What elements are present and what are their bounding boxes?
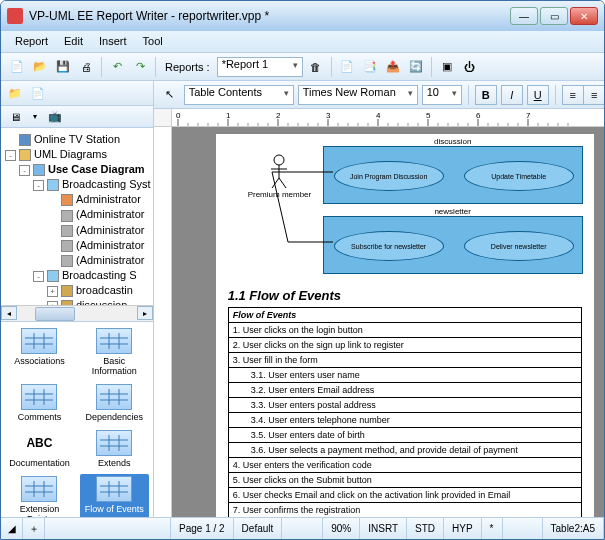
- tree-node[interactable]: (Administrator: [3, 207, 151, 222]
- menu-insert[interactable]: Insert: [91, 31, 135, 52]
- svg-rect-20: [100, 435, 128, 451]
- add-tab-button[interactable]: ＋: [23, 518, 45, 539]
- table-row[interactable]: 3.2. User enters Email address: [228, 383, 581, 398]
- template-thumb[interactable]: Extends: [80, 428, 149, 470]
- panel-tabs: 📁 📄: [1, 81, 153, 106]
- tv-icon[interactable]: 📺: [45, 107, 65, 127]
- panel-sub-toolbar: 🖥 ▾ 📺: [1, 106, 153, 128]
- dropdown-icon[interactable]: ▾: [28, 107, 42, 127]
- table-row[interactable]: 4. User enters the verification code: [228, 458, 581, 473]
- statusbar: ◢ ＋ Page 1 / 2 Default 90% INSRT STD HYP…: [1, 517, 604, 539]
- template-thumb[interactable]: Flow of Events: [80, 474, 149, 517]
- export-icon[interactable]: 📤: [383, 57, 403, 77]
- main-toolbar: 📄 📂 💾 🖨 ↶ ↷ Reports : *Report 1 🗑 📄 📑 📤 …: [1, 53, 604, 81]
- vertical-ruler[interactable]: [154, 127, 172, 517]
- table-row[interactable]: 3.3. User enters postal address: [228, 398, 581, 413]
- save-icon[interactable]: 💾: [53, 57, 73, 77]
- table-row[interactable]: 6. User checks Email and click on the ac…: [228, 488, 581, 503]
- template-thumb[interactable]: Comments: [5, 382, 74, 424]
- minimize-button[interactable]: —: [510, 7, 538, 25]
- tree-node[interactable]: Administrator: [3, 192, 151, 207]
- app-window: VP-UML EE Report Writer - reportwriter.v…: [0, 0, 605, 540]
- align-center-icon[interactable]: ≡: [584, 85, 604, 105]
- table-row[interactable]: 3.6. User selects a payment method, and …: [228, 443, 581, 458]
- status-page: Page 1 / 2: [171, 518, 234, 539]
- table-row[interactable]: 3. User fill in the form: [228, 353, 581, 368]
- app-icon: [7, 8, 23, 24]
- maximize-button[interactable]: ▭: [540, 7, 568, 25]
- table-row[interactable]: 1. User clicks on the login button: [228, 323, 581, 338]
- align-left-icon[interactable]: ≡: [562, 85, 584, 105]
- horizontal-scrollbar[interactable]: ◂▸: [1, 305, 153, 321]
- tree-node[interactable]: (Administrator: [3, 238, 151, 253]
- report-page: Premium member discussion Join Program D…: [215, 133, 595, 517]
- template-thumb[interactable]: Associations: [5, 326, 74, 378]
- redo-icon[interactable]: ↷: [130, 57, 150, 77]
- copy-icon[interactable]: 📑: [360, 57, 380, 77]
- tree-node[interactable]: -UML Diagrams: [3, 147, 151, 162]
- tree-node[interactable]: -Broadcasting S: [3, 268, 151, 283]
- menu-edit[interactable]: Edit: [56, 31, 91, 52]
- table-row[interactable]: 3.1. User enters user name: [228, 368, 581, 383]
- corner-tab[interactable]: ◢: [1, 518, 23, 539]
- tree-node[interactable]: -Broadcasting Syst: [3, 177, 151, 192]
- tree-node[interactable]: Online TV Station: [3, 132, 151, 147]
- table-row[interactable]: 3.5. User enters date of birth: [228, 428, 581, 443]
- table-row[interactable]: 5. User clicks on the Submit button: [228, 473, 581, 488]
- style-select[interactable]: Table Contents: [184, 85, 294, 105]
- template-thumb[interactable]: ABCDocumentation: [5, 428, 74, 470]
- open-icon[interactable]: 📂: [30, 57, 50, 77]
- flow-table[interactable]: Flow of Events 1. User clicks on the log…: [228, 307, 582, 517]
- tab-folder-icon[interactable]: 📁: [5, 83, 25, 103]
- template-thumb[interactable]: Basic Information: [80, 326, 149, 378]
- horizontal-ruler[interactable]: 01234567: [172, 109, 604, 126]
- svg-rect-0: [25, 333, 53, 349]
- doc-icon[interactable]: 📄: [337, 57, 357, 77]
- menu-report[interactable]: Report: [7, 31, 56, 52]
- status-hyp[interactable]: HYP: [444, 518, 482, 539]
- power-icon[interactable]: ⏻: [460, 57, 480, 77]
- status-style: Default: [234, 518, 283, 539]
- reports-select[interactable]: *Report 1: [217, 57, 303, 77]
- status-modified: *: [482, 518, 503, 539]
- tree-node[interactable]: (Administrator: [3, 253, 151, 268]
- italic-button[interactable]: I: [501, 85, 523, 105]
- template-thumb[interactable]: Dependencies: [80, 382, 149, 424]
- refresh-icon[interactable]: 🔄: [406, 57, 426, 77]
- svg-rect-10: [25, 389, 53, 405]
- tree-node[interactable]: (Administrator: [3, 223, 151, 238]
- bold-button[interactable]: B: [475, 85, 497, 105]
- toggle-icon[interactable]: ▣: [437, 57, 457, 77]
- font-select[interactable]: Times New Roman: [298, 85, 418, 105]
- table-row[interactable]: 3.4. User enters telephone number: [228, 413, 581, 428]
- tab-doc-icon[interactable]: 📄: [28, 83, 48, 103]
- model-tree[interactable]: Online TV Station-UML Diagrams-Use Case …: [1, 128, 153, 322]
- new-icon[interactable]: 📄: [7, 57, 27, 77]
- svg-text:0: 0: [176, 111, 181, 120]
- table-row[interactable]: 2. User clicks on the sign up link to re…: [228, 338, 581, 353]
- pointer-icon[interactable]: ↖: [160, 85, 180, 105]
- svg-text:7: 7: [526, 111, 531, 120]
- document-scroll[interactable]: Premium member discussion Join Program D…: [172, 127, 604, 517]
- svg-rect-15: [100, 389, 128, 405]
- svg-rect-30: [100, 481, 128, 497]
- tree-node[interactable]: -Use Case Diagram: [3, 162, 151, 177]
- status-zoom[interactable]: 90%: [323, 518, 360, 539]
- menu-tool[interactable]: Tool: [135, 31, 171, 52]
- tree-node[interactable]: +broadcastin: [3, 283, 151, 298]
- left-panel: 📁 📄 🖥 ▾ 📺 Online TV Station-UML Diagrams…: [1, 81, 154, 517]
- status-insert[interactable]: INSRT: [360, 518, 407, 539]
- close-button[interactable]: ✕: [570, 7, 598, 25]
- undo-icon[interactable]: ↶: [107, 57, 127, 77]
- fontsize-select[interactable]: 10: [422, 85, 462, 105]
- print-icon[interactable]: 🖨: [76, 57, 96, 77]
- template-thumb[interactable]: Extension Points: [5, 474, 74, 517]
- svg-rect-5: [100, 333, 128, 349]
- delete-icon[interactable]: 🗑: [306, 57, 326, 77]
- screen-icon[interactable]: 🖥: [5, 107, 25, 127]
- svg-text:4: 4: [376, 111, 381, 120]
- underline-button[interactable]: U: [527, 85, 549, 105]
- window-title: VP-UML EE Report Writer - reportwriter.v…: [29, 9, 508, 23]
- table-row[interactable]: 7. User confirms the registration: [228, 503, 581, 518]
- status-std[interactable]: STD: [407, 518, 444, 539]
